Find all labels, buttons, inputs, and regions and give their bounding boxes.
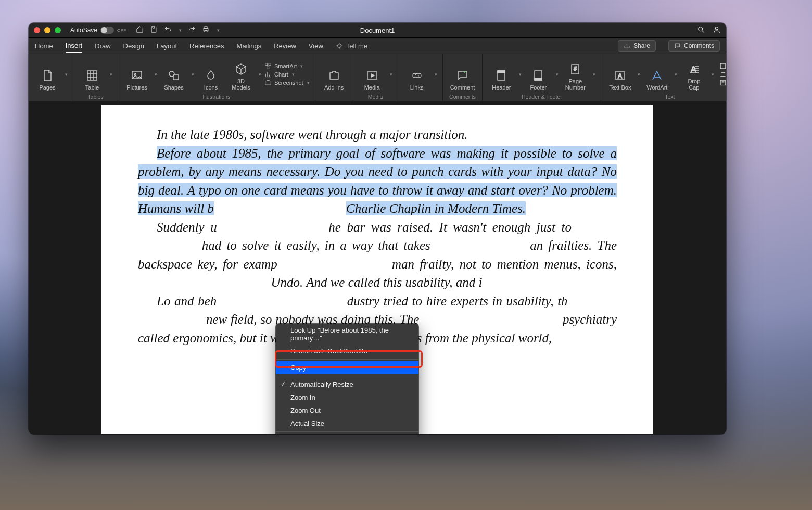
svg-rect-17	[498, 71, 505, 73]
autosave-toggle[interactable]: AutoSave OFF	[70, 27, 126, 34]
comment-icon	[456, 69, 470, 82]
zoom-window-button[interactable]	[55, 27, 61, 33]
header-button[interactable]: Header	[488, 58, 515, 91]
icons-icon	[204, 69, 218, 82]
print-icon[interactable]	[202, 26, 210, 35]
tab-draw[interactable]: Draw	[95, 40, 110, 52]
icons-button[interactable]: Icons	[197, 58, 224, 91]
svg-text:A: A	[618, 72, 622, 80]
autosave-switch[interactable]	[100, 27, 114, 34]
text-extras-2[interactable]: ▾	[719, 71, 726, 78]
ctx-copy[interactable]: Copy	[276, 361, 418, 374]
comments-button[interactable]: Comments	[668, 40, 720, 52]
frag-3b: he bar was raised. It wasn't enough just…	[328, 220, 572, 234]
drop-cap-button[interactable]: A Drop Cap	[680, 58, 707, 91]
tell-me-label: Tell me	[346, 42, 367, 50]
tab-design[interactable]: Design	[123, 40, 144, 52]
svg-point-4	[715, 27, 718, 29]
media-button[interactable]: Media	[359, 58, 386, 91]
tab-layout[interactable]: Layout	[157, 40, 177, 52]
word-window: AutoSave OFF ▾ ▾ Document1 Home Ins	[29, 23, 726, 434]
close-window-button[interactable]	[34, 27, 40, 33]
text-box-button[interactable]: A Text Box	[606, 58, 633, 91]
tab-mailings[interactable]: Mailings	[237, 40, 262, 52]
ctx-actual-size[interactable]: Actual Size	[276, 417, 418, 430]
home-icon[interactable]	[136, 26, 144, 35]
addins-button[interactable]: Add-ins	[321, 58, 348, 91]
tab-insert[interactable]: Insert	[66, 40, 83, 53]
ctx-search-ddg[interactable]: Search with DuckDuckGo	[276, 345, 418, 358]
table-button[interactable]: Table	[79, 58, 106, 91]
ribbon-tabs: Home Insert Draw Design Layout Reference…	[29, 38, 726, 54]
desktop: AutoSave OFF ▾ ▾ Document1 Home Ins	[0, 0, 812, 510]
page-number-button[interactable]: # Page Number	[562, 58, 589, 91]
svg-rect-6	[87, 71, 97, 80]
tell-me-button[interactable]: Tell me	[336, 42, 367, 50]
page-icon	[41, 69, 54, 82]
ctx-single-page[interactable]: Single Page	[276, 434, 418, 434]
svg-text:#: #	[574, 66, 577, 72]
ctx-zoom-in[interactable]: Zoom In	[276, 391, 418, 404]
footer-button[interactable]: Footer	[525, 58, 552, 91]
pages-button[interactable]: Pages	[34, 58, 61, 91]
tab-home[interactable]: Home	[35, 40, 53, 52]
text-extras-3[interactable]: ▾	[719, 79, 726, 86]
group-comments-label: Comments	[449, 93, 476, 100]
frag-3a: Suddenly u	[157, 220, 217, 234]
group-text-label: Text	[665, 93, 675, 100]
minimize-window-button[interactable]	[44, 27, 50, 33]
comment-button[interactable]: Comment	[448, 58, 477, 91]
group-media-label: Media	[368, 93, 383, 100]
share-button[interactable]: Share	[618, 40, 656, 52]
ctx-look-up[interactable]: Look Up "Before about 1985, the primary……	[276, 324, 418, 345]
frag-3c: had to solve it easily, in a way that ta…	[202, 238, 430, 252]
link-icon	[410, 69, 424, 82]
screenshot-button[interactable]: Screenshot▾	[264, 79, 310, 86]
save-icon[interactable]	[150, 26, 158, 35]
svg-rect-1	[205, 27, 207, 29]
tab-references[interactable]: References	[189, 40, 224, 52]
titlebar: AutoSave OFF ▾ ▾ Document1	[29, 23, 726, 38]
smartart-button[interactable]: SmartArt▾	[264, 62, 310, 70]
group-header-footer-label: Header & Footer	[522, 93, 562, 100]
links-button[interactable]: Links	[403, 58, 430, 91]
ctx-auto-resize[interactable]: ✓Automatically Resize	[276, 378, 418, 391]
text-extras-1[interactable]: ▾	[719, 62, 726, 70]
svg-rect-12	[269, 63, 271, 66]
frag-4a: Lo and beh	[157, 294, 217, 308]
share-label: Share	[633, 42, 650, 49]
search-icon[interactable]	[697, 26, 705, 35]
group-tables-label: Tables	[87, 93, 103, 100]
comments-label: Comments	[684, 42, 714, 49]
svg-rect-19	[535, 78, 542, 80]
table-icon	[85, 69, 99, 82]
undo-icon[interactable]	[164, 26, 172, 35]
chart-button[interactable]: Chart▾	[264, 71, 310, 78]
svg-rect-0	[204, 29, 208, 31]
dropcap-icon: A	[687, 62, 701, 76]
pictures-button[interactable]: Pictures	[123, 58, 150, 91]
shapes-button[interactable]: Shapes	[160, 58, 187, 91]
ctx-sep	[276, 376, 418, 376]
qat-customize[interactable]: ▾	[217, 28, 220, 33]
tab-view[interactable]: View	[309, 40, 323, 52]
tab-review[interactable]: Review	[274, 40, 296, 52]
svg-rect-11	[265, 63, 268, 66]
wordart-icon	[650, 69, 664, 82]
3d-models-button[interactable]: 3D Models	[227, 58, 255, 91]
cube-icon	[234, 62, 248, 76]
autosave-label: AutoSave	[70, 27, 97, 34]
wordart-button[interactable]: WordArt	[643, 58, 670, 91]
textbox-icon: A	[613, 69, 627, 82]
doc-selected-text-b: Charlie Chaplin in Modern Times	[346, 201, 523, 215]
document-area[interactable]: In the late 1980s, software went through…	[29, 101, 726, 434]
undo-dropdown[interactable]: ▾	[179, 28, 182, 33]
frag-3f: Undo. And we called this usability, and …	[271, 275, 483, 289]
account-icon[interactable]	[713, 26, 721, 35]
autosave-off-label: OFF	[117, 28, 126, 33]
ctx-zoom-out[interactable]: Zoom Out	[276, 404, 418, 417]
svg-point-3	[699, 27, 703, 31]
redo-icon[interactable]	[188, 26, 196, 35]
frag-3e: man frailty, not to mention menus, icons…	[392, 257, 617, 271]
picture-icon	[130, 69, 144, 82]
